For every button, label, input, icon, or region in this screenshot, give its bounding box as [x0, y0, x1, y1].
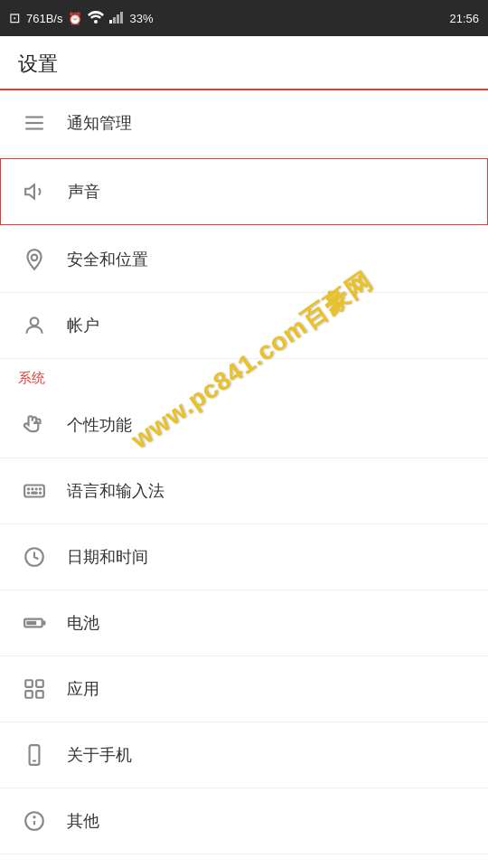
battery-icon [18, 607, 51, 639]
settings-item-datetime[interactable]: 日期和时间 [0, 524, 488, 590]
apps-icon [18, 673, 51, 705]
settings-item-personalize[interactable]: 个性功能 [0, 392, 488, 458]
app-icon: ⊡ [9, 10, 21, 26]
battery-status: 33% [129, 12, 153, 25]
info-icon [18, 805, 51, 837]
settings-item-sound[interactable]: 声音 [0, 158, 488, 225]
svg-rect-26 [36, 691, 43, 698]
svg-rect-25 [25, 691, 33, 698]
alarm-icon: ⏰ [68, 12, 82, 25]
signal-icon [109, 11, 124, 26]
page-title: 设置 [18, 52, 58, 75]
other-label: 其他 [67, 810, 99, 832]
clock-icon [18, 541, 51, 573]
settings-list: 通知管理 声音 安全和位置 帐户 系 [0, 90, 488, 854]
svg-marker-8 [25, 184, 34, 198]
settings-item-security[interactable]: 安全和位置 [0, 227, 488, 293]
svg-rect-4 [120, 12, 123, 24]
svg-rect-24 [36, 680, 43, 687]
account-label: 帐户 [67, 315, 99, 336]
svg-rect-1 [109, 20, 112, 24]
sound-label: 声音 [68, 181, 100, 203]
person-icon [18, 309, 51, 342]
location-icon [18, 243, 51, 276]
notification-label: 通知管理 [67, 112, 132, 134]
settings-item-account[interactable]: 帐户 [0, 293, 488, 359]
svg-rect-23 [25, 680, 33, 687]
speed-indicator: 761B/s [26, 12, 62, 25]
volume-icon [19, 175, 52, 208]
battery-label: 电池 [67, 612, 99, 634]
svg-point-10 [31, 317, 39, 326]
settings-item-battery[interactable]: 电池 [0, 590, 488, 656]
language-label: 语言和输入法 [67, 480, 164, 502]
settings-item-apps[interactable]: 应用 [0, 656, 488, 722]
hand-icon [18, 409, 51, 441]
menu-icon [18, 107, 51, 139]
status-bar: ⊡ 761B/s ⏰ 33% 21:56 [0, 0, 488, 36]
settings-header: 设置 [0, 36, 488, 90]
svg-point-0 [94, 20, 98, 24]
status-left: ⊡ 761B/s ⏰ 33% [9, 10, 154, 26]
system-section-header: 系统 [0, 359, 488, 392]
time-display: 21:56 [449, 12, 479, 25]
settings-item-notification[interactable]: 通知管理 [0, 90, 488, 156]
datetime-label: 日期和时间 [67, 546, 148, 568]
about-label: 关于手机 [67, 744, 132, 766]
settings-item-about[interactable]: 关于手机 [0, 722, 488, 788]
svg-point-9 [32, 255, 38, 261]
settings-item-other[interactable]: 其他 [0, 788, 488, 854]
phone-icon [18, 739, 51, 771]
status-right: 21:56 [449, 12, 479, 25]
keyboard-icon [18, 475, 51, 507]
personalize-label: 个性功能 [67, 414, 132, 436]
svg-rect-22 [26, 621, 36, 625]
system-label: 系统 [18, 370, 45, 385]
security-label: 安全和位置 [67, 249, 148, 270]
settings-item-language[interactable]: 语言和输入法 [0, 458, 488, 524]
wifi-icon [88, 11, 104, 26]
svg-rect-2 [113, 17, 116, 24]
apps-label: 应用 [67, 678, 99, 700]
svg-rect-3 [117, 14, 119, 24]
svg-rect-11 [24, 486, 44, 497]
